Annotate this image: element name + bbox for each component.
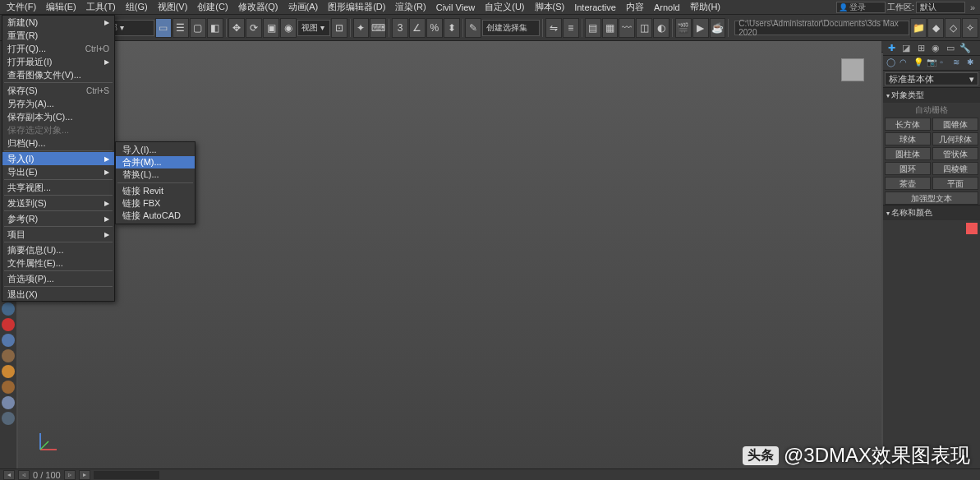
prev-key-icon[interactable]: ◂ (3, 470, 15, 480)
file-menu-item[interactable]: 参考(R)▶ (2, 212, 114, 225)
file-menu-item[interactable]: 打开最近(I)▶ (2, 55, 114, 68)
menu-scripting[interactable]: 脚本(S) (530, 0, 570, 14)
folder-icon[interactable]: 📁 (910, 18, 927, 38)
btn-cone[interactable]: 圆锥体 (932, 118, 978, 131)
file-menu-item[interactable]: 文件属性(E)... (2, 256, 114, 270)
btn-box[interactable]: 长方体 (885, 118, 931, 131)
viewport[interactable] (18, 41, 881, 468)
cameras-icon[interactable]: 📷 (927, 58, 936, 69)
file-menu-item[interactable]: 查看图像文件(V)... (2, 68, 114, 81)
placement-icon[interactable]: ◉ (280, 18, 297, 38)
menu-animation[interactable]: 动画(A) (283, 0, 324, 14)
time-slider[interactable] (94, 471, 159, 479)
object-icon[interactable] (2, 349, 15, 362)
texture-icon[interactable] (2, 381, 15, 394)
render-frame-icon[interactable]: ▶ (692, 18, 709, 38)
btn-cylinder[interactable]: 圆柱体 (885, 147, 931, 160)
select-icon[interactable]: ▭ (155, 18, 172, 38)
btn-sphere[interactable]: 球体 (885, 132, 931, 145)
spinner-snap-icon[interactable]: ⬍ (444, 18, 460, 38)
import-submenu-item[interactable]: 链接 AutoCAD (116, 210, 195, 222)
named-selection-dropdown[interactable]: 创建选择集 (482, 20, 540, 36)
object-type-header[interactable]: 对象类型 (883, 87, 980, 103)
angle-snap-icon[interactable]: ∠ (409, 18, 426, 38)
menu-customize[interactable]: 自定义(U) (480, 0, 529, 14)
import-submenu-item[interactable]: 导入(I)... (116, 144, 195, 156)
prev-frame-icon[interactable]: ◃ (18, 470, 30, 480)
motion-tab-icon[interactable]: ◉ (930, 43, 941, 54)
keyboard-icon[interactable]: ⌨ (370, 18, 386, 38)
utilities-tab-icon[interactable]: 🔧 (959, 43, 971, 54)
name-color-header[interactable]: 名称和颜色 (883, 205, 980, 220)
file-menu-item[interactable]: 导入(I)▶ (2, 152, 114, 165)
edit-selection-set-icon[interactable]: ✎ (465, 18, 481, 38)
snap-toggle-icon[interactable]: 3 (392, 18, 408, 38)
select-region-icon[interactable]: ▢ (190, 18, 206, 38)
file-menu-item[interactable]: 另存为(A)... (2, 97, 114, 110)
render-setup-icon[interactable]: 🎬 (675, 18, 692, 38)
menu-create[interactable]: 创建(C) (192, 0, 232, 14)
file-menu-item[interactable]: 发送到(S)▶ (2, 196, 114, 210)
menu-rendering[interactable]: 渲染(R) (390, 0, 430, 14)
camera-icon[interactable] (2, 334, 15, 347)
layer-explorer-icon[interactable]: ▤ (585, 18, 601, 38)
menu-views[interactable]: 视图(V) (153, 0, 193, 14)
workspace-dropdown[interactable]: 默认 (916, 2, 965, 13)
viewcube[interactable] (832, 49, 873, 90)
light-icon[interactable] (2, 318, 15, 331)
mirror-icon[interactable]: ⇋ (545, 18, 562, 38)
btn-geosphere[interactable]: 几何球体 (932, 132, 978, 145)
menu-modifiers[interactable]: 修改器(Q) (233, 0, 283, 14)
shapes-icon[interactable]: ◠ (899, 58, 909, 69)
material-icon[interactable] (2, 365, 15, 378)
file-menu-item[interactable]: 共享视图... (2, 181, 114, 194)
file-menu-item[interactable]: 新建(N)▶ (2, 16, 114, 29)
render-production-icon[interactable]: ☕ (710, 18, 726, 38)
file-menu-item[interactable]: 保存副本为(C)... (2, 110, 114, 123)
login-box[interactable]: 👤 登录 (836, 2, 886, 13)
ref-coord-dropdown[interactable]: 视图 ▾ (297, 20, 330, 36)
display-tab-icon[interactable]: ▭ (945, 43, 956, 54)
menu-graph-editors[interactable]: 图形编辑器(D) (323, 0, 390, 14)
menu-tools[interactable]: 工具(T) (81, 0, 121, 14)
import-submenu-item[interactable]: 链接 FBX (116, 197, 195, 210)
menu-interactive[interactable]: Interactive (569, 2, 621, 13)
misc-icon[interactable] (2, 412, 15, 425)
toggle-ribbon-icon[interactable]: ▦ (602, 18, 619, 38)
btn-textplus[interactable]: 加强型文本 (885, 192, 978, 205)
window-crossing-icon[interactable]: ◧ (207, 18, 223, 38)
hierarchy-tab-icon[interactable]: ⊞ (915, 43, 927, 54)
tool-x1[interactable]: ◆ (927, 18, 944, 38)
color-swatch[interactable] (966, 223, 978, 234)
file-menu-item[interactable]: 退出(X) (2, 288, 114, 301)
align-icon[interactable]: ≡ (563, 18, 579, 38)
file-menu-item[interactable]: 导出(E)▶ (2, 165, 114, 178)
btn-teapot[interactable]: 茶壶 (885, 177, 931, 190)
helpers-icon[interactable]: ▫ (940, 58, 950, 69)
btn-torus[interactable]: 圆环 (885, 162, 931, 175)
btn-pyramid[interactable]: 四棱锥 (932, 162, 978, 175)
category-dropdown[interactable]: 标准基本体▾ (885, 72, 978, 85)
file-menu-item[interactable]: 打开(Q)...Ctrl+O (2, 42, 114, 55)
menu-help[interactable]: 帮助(H) (685, 0, 725, 14)
menu-content[interactable]: 内容 (621, 0, 649, 14)
pivot-icon[interactable]: ⊡ (331, 18, 347, 38)
spacewarps-icon[interactable]: ≋ (953, 58, 963, 69)
menu-arnold[interactable]: Arnold (649, 2, 685, 13)
rotate-icon[interactable]: ⟳ (246, 18, 262, 38)
next-key-icon[interactable]: ▸ (79, 470, 90, 480)
btn-tube[interactable]: 管状体 (932, 147, 978, 160)
modify-tab-icon[interactable]: ◪ (900, 43, 912, 54)
move-icon[interactable]: ✥ (228, 18, 245, 38)
file-menu-item[interactable]: 摘要信息(U)... (2, 243, 114, 256)
percent-snap-icon[interactable]: % (426, 18, 443, 38)
scale-icon[interactable]: ▣ (263, 18, 279, 38)
select-name-icon[interactable]: ☰ (173, 18, 189, 38)
systems-icon[interactable]: ✱ (967, 58, 977, 69)
file-menu-item[interactable]: 归档(H)... (2, 136, 114, 150)
menu-file[interactable]: 文件(F) (2, 0, 41, 14)
import-submenu-item[interactable]: 替换(L)... (116, 168, 195, 181)
file-menu-item[interactable]: 保存(S)Ctrl+S (2, 84, 114, 97)
file-menu-item[interactable]: 首选项(P)... (2, 272, 114, 285)
tool-x2[interactable]: ◇ (945, 18, 961, 38)
